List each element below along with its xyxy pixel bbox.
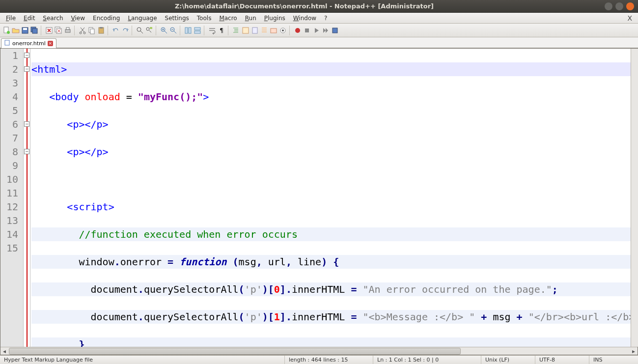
scroll-right-icon[interactable]: ▸ <box>630 347 638 355</box>
save-macro-icon[interactable] <box>331 26 339 35</box>
menu-plugins[interactable]: Plugins <box>260 14 289 23</box>
fold-box-icon[interactable]: − <box>24 149 29 154</box>
sync-h-icon[interactable] <box>193 26 202 35</box>
line-number: 13 <box>6 214 18 227</box>
menu-close-x[interactable]: X <box>623 14 636 22</box>
status-insert-mode[interactable]: INS <box>589 356 614 364</box>
menu-edit[interactable]: Edit <box>20 14 39 23</box>
code-token: . <box>114 256 120 268</box>
cut-icon[interactable] <box>78 26 87 35</box>
fold-box-icon[interactable]: − <box>24 53 29 58</box>
save-icon[interactable] <box>21 26 29 35</box>
code-token: //function executed when error occurs <box>79 228 298 240</box>
menu-encoding[interactable]: Encoding <box>89 14 124 23</box>
close-all-icon[interactable] <box>54 26 63 35</box>
horizontal-scrollbar[interactable]: ◂ ▸ <box>0 347 638 355</box>
code-token: <script> <box>67 201 114 213</box>
zoom-out-icon[interactable] <box>169 26 178 35</box>
redo-icon[interactable] <box>121 26 130 35</box>
code-area[interactable]: <html> <body onload = "myFunc();"> <p></… <box>30 49 638 347</box>
close-button[interactable] <box>626 2 634 10</box>
scroll-left-icon[interactable]: ◂ <box>0 347 8 355</box>
svg-rect-34 <box>5 40 9 45</box>
menu-language[interactable]: Language <box>124 14 161 23</box>
code-token: document <box>91 311 138 323</box>
svg-rect-33 <box>333 28 337 33</box>
menu-window[interactable]: Window <box>289 14 320 23</box>
editor-wrap: 1 2 3 4 5 6 7 8 9 10 11 12 13 14 15 − − … <box>0 48 638 355</box>
menu-settings[interactable]: Settings <box>161 14 193 23</box>
paste-icon[interactable] <box>97 26 106 35</box>
svg-point-30 <box>282 29 284 31</box>
folder-icon[interactable] <box>269 26 278 35</box>
close-file-icon[interactable] <box>45 26 54 35</box>
separator <box>289 26 291 35</box>
record-icon[interactable] <box>293 26 302 35</box>
code-token: ( <box>239 283 245 295</box>
copy-icon[interactable] <box>87 26 96 35</box>
zoom-in-icon[interactable] <box>160 26 168 35</box>
vertical-scrollbar[interactable] <box>631 49 638 347</box>
replace-icon[interactable] <box>145 26 154 35</box>
fold-margin[interactable]: − − − − <box>24 49 30 347</box>
code-token: )[ <box>262 311 274 323</box>
menu-tools[interactable]: Tools <box>193 14 216 23</box>
menu-macro[interactable]: Macro <box>215 14 241 23</box>
play-multi-icon[interactable] <box>321 26 330 35</box>
code-token: ]. <box>280 283 292 295</box>
maximize-button[interactable] <box>615 2 623 10</box>
save-all-icon[interactable] <box>30 26 39 35</box>
undo-icon[interactable] <box>111 26 120 35</box>
code-token: querySelectorAll <box>144 283 239 295</box>
code-token: innerHTML <box>292 283 351 295</box>
code-token: "</br><b>url :</b> " <box>528 311 638 323</box>
menu-search[interactable]: Search <box>39 14 67 23</box>
code-token: innerHTML <box>292 311 351 323</box>
func-list-icon[interactable] <box>260 26 269 35</box>
menu-run[interactable]: Run <box>241 14 260 23</box>
open-file-icon[interactable] <box>11 26 20 35</box>
stop-icon[interactable] <box>303 26 311 35</box>
code-token: url <box>268 256 286 268</box>
separator <box>204 26 206 35</box>
status-language: Hyper Text Markup Language file <box>0 356 285 364</box>
svg-rect-25 <box>194 31 200 33</box>
indent-guide-icon[interactable] <box>232 26 241 35</box>
svg-point-31 <box>295 28 300 33</box>
line-number: 2 <box>6 62 18 76</box>
separator <box>132 26 134 35</box>
line-number: 10 <box>6 172 18 186</box>
menu-file[interactable]: File <box>2 14 20 23</box>
fold-box-icon[interactable]: − <box>24 66 29 72</box>
code-token: querySelectorAll <box>144 311 239 323</box>
lang-icon[interactable] <box>241 26 250 35</box>
separator <box>156 26 158 35</box>
minimize-button[interactable] <box>605 2 612 10</box>
menu-help[interactable]: ? <box>320 14 331 23</box>
svg-point-17 <box>137 28 141 31</box>
line-number: 15 <box>6 241 18 255</box>
code-token: 1 <box>274 311 280 323</box>
tab-onerror[interactable]: onerror.html × <box>1 38 56 48</box>
code-token: } <box>79 338 84 347</box>
tab-close-icon[interactable]: × <box>48 41 53 46</box>
wrap-icon[interactable] <box>208 26 217 35</box>
menu-view[interactable]: View <box>67 14 89 23</box>
code-token: = <box>351 311 362 323</box>
code-token: = <box>167 256 179 268</box>
code-token: <html> <box>31 63 67 75</box>
scroll-thumb[interactable] <box>9 348 461 355</box>
line-number: 9 <box>6 159 18 172</box>
find-icon[interactable] <box>136 26 144 35</box>
monitor-icon[interactable] <box>278 26 287 35</box>
new-file-icon[interactable] <box>2 26 11 35</box>
svg-rect-28 <box>271 28 277 33</box>
play-icon[interactable] <box>312 26 321 35</box>
sync-v-icon[interactable] <box>184 26 193 35</box>
print-icon[interactable] <box>63 26 72 35</box>
all-chars-icon[interactable]: ¶ <box>217 26 226 35</box>
window-title: Z:\home\dataflair\Documents\onerror.html… <box>4 2 605 10</box>
doc-map-icon[interactable] <box>250 26 259 35</box>
editor[interactable]: 1 2 3 4 5 6 7 8 9 10 11 12 13 14 15 − − … <box>0 49 638 347</box>
fold-box-icon[interactable]: − <box>24 121 29 127</box>
